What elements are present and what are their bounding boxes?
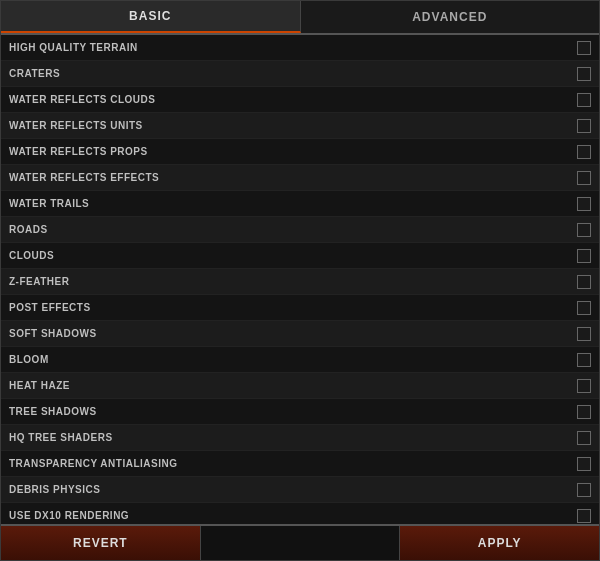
setting-row[interactable]: SOFT SHADOWS (1, 321, 599, 347)
setting-row[interactable]: WATER REFLECTS EFFECTS (1, 165, 599, 191)
setting-checkbox[interactable] (577, 171, 591, 185)
setting-checkbox[interactable] (577, 249, 591, 263)
setting-label: HEAT HAZE (9, 380, 347, 391)
setting-row[interactable]: WATER REFLECTS CLOUDS (1, 87, 599, 113)
revert-button[interactable]: REVERT (1, 526, 201, 560)
setting-row[interactable]: WATER REFLECTS UNITS (1, 113, 599, 139)
setting-label: TRANSPARENCY ANTIALIASING (9, 458, 347, 469)
tab-basic-label: BASIC (129, 9, 171, 23)
setting-label: DEBRIS PHYSICS (9, 484, 347, 495)
setting-label: BLOOM (9, 354, 347, 365)
setting-checkbox[interactable] (577, 431, 591, 445)
setting-checkbox[interactable] (577, 119, 591, 133)
setting-checkbox[interactable] (577, 223, 591, 237)
footer-spacer (201, 526, 401, 560)
setting-checkbox[interactable] (577, 483, 591, 497)
setting-row[interactable]: HIGH QUALITY TERRAIN (1, 35, 599, 61)
setting-label: HIGH QUALITY TERRAIN (9, 42, 347, 53)
setting-label: POST EFFECTS (9, 302, 347, 313)
setting-label: CRATERS (9, 68, 347, 79)
setting-checkbox[interactable] (577, 197, 591, 211)
setting-row[interactable]: Z-FEATHER (1, 269, 599, 295)
settings-list[interactable]: HIGH QUALITY TERRAINCRATERSWATER REFLECT… (1, 35, 599, 524)
setting-row[interactable]: CLOUDS (1, 243, 599, 269)
tab-bar: BASIC ADVANCED (1, 1, 599, 35)
tab-advanced-label: ADVANCED (412, 10, 487, 24)
setting-label: WATER REFLECTS EFFECTS (9, 172, 347, 183)
setting-row[interactable]: ROADS (1, 217, 599, 243)
setting-checkbox[interactable] (577, 405, 591, 419)
setting-checkbox[interactable] (577, 67, 591, 81)
setting-checkbox[interactable] (577, 275, 591, 289)
setting-checkbox[interactable] (577, 41, 591, 55)
footer-bar: REVERT APPLY (1, 524, 599, 560)
setting-label: SOFT SHADOWS (9, 328, 347, 339)
setting-row[interactable]: WATER TRAILS (1, 191, 599, 217)
settings-container: BASIC ADVANCED HIGH QUALITY TERRAINCRATE… (0, 0, 600, 561)
setting-row[interactable]: TREE SHADOWS (1, 399, 599, 425)
content-area: HIGH QUALITY TERRAINCRATERSWATER REFLECT… (1, 35, 599, 524)
setting-label: USE DX10 RENDERING (9, 510, 347, 521)
setting-label: Z-FEATHER (9, 276, 347, 287)
setting-row[interactable]: BLOOM (1, 347, 599, 373)
setting-row[interactable]: CRATERS (1, 61, 599, 87)
setting-checkbox[interactable] (577, 353, 591, 367)
setting-row[interactable]: WATER REFLECTS PROPS (1, 139, 599, 165)
setting-row[interactable]: DEBRIS PHYSICS (1, 477, 599, 503)
setting-checkbox[interactable] (577, 93, 591, 107)
setting-label: CLOUDS (9, 250, 347, 261)
tab-basic[interactable]: BASIC (1, 1, 301, 33)
setting-label: HQ TREE SHADERS (9, 432, 347, 443)
setting-checkbox[interactable] (577, 301, 591, 315)
setting-label: WATER REFLECTS CLOUDS (9, 94, 347, 105)
setting-label: TREE SHADOWS (9, 406, 347, 417)
apply-label: APPLY (478, 536, 522, 550)
tab-advanced[interactable]: ADVANCED (301, 1, 600, 33)
setting-label: WATER REFLECTS UNITS (9, 120, 347, 131)
setting-label: ROADS (9, 224, 347, 235)
setting-checkbox[interactable] (577, 379, 591, 393)
setting-checkbox[interactable] (577, 327, 591, 341)
setting-row[interactable]: TRANSPARENCY ANTIALIASING (1, 451, 599, 477)
setting-checkbox[interactable] (577, 457, 591, 471)
setting-checkbox[interactable] (577, 509, 591, 523)
setting-row[interactable]: HQ TREE SHADERS (1, 425, 599, 451)
setting-row[interactable]: POST EFFECTS (1, 295, 599, 321)
setting-label: WATER REFLECTS PROPS (9, 146, 347, 157)
revert-label: REVERT (73, 536, 128, 550)
setting-label: WATER TRAILS (9, 198, 347, 209)
setting-row[interactable]: HEAT HAZE (1, 373, 599, 399)
setting-checkbox[interactable] (577, 145, 591, 159)
apply-button[interactable]: APPLY (400, 526, 599, 560)
setting-row[interactable]: USE DX10 RENDERING (1, 503, 599, 524)
